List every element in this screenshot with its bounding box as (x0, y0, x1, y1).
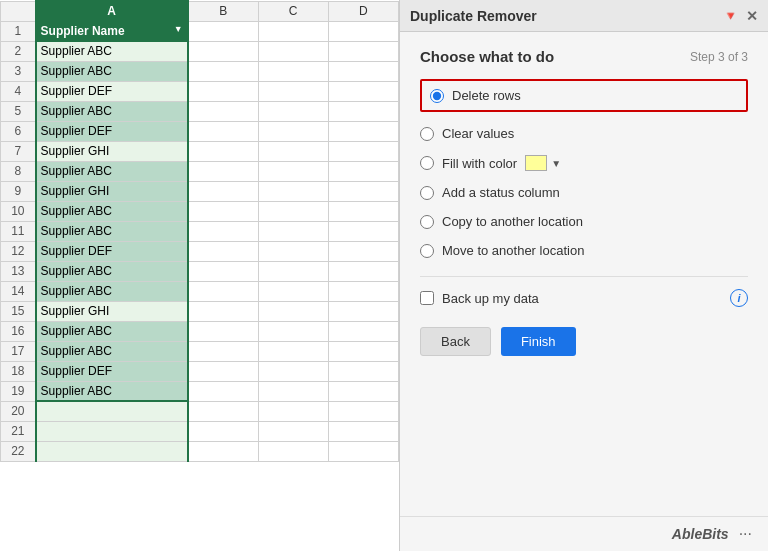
cell-d15[interactable] (328, 301, 398, 321)
cell-a5[interactable]: Supplier ABC (36, 101, 188, 121)
cell-a21[interactable] (36, 421, 188, 441)
cell-d19[interactable] (328, 381, 398, 401)
cell-d22[interactable] (328, 441, 398, 461)
radio-add-status[interactable] (420, 186, 434, 200)
cell-d4[interactable] (328, 81, 398, 101)
color-swatch[interactable] (525, 155, 547, 171)
cell-b18[interactable] (188, 361, 258, 381)
ablebits-menu-icon[interactable]: ··· (739, 525, 752, 543)
option-add-status[interactable]: Add a status column (420, 183, 748, 202)
cell-d14[interactable] (328, 281, 398, 301)
cell-c19[interactable] (258, 381, 328, 401)
option-fill-color[interactable]: Fill with color ▼ (420, 153, 748, 173)
cell-b4[interactable] (188, 81, 258, 101)
col-a-header[interactable]: A (36, 1, 188, 21)
cell-b17[interactable] (188, 341, 258, 361)
cell-b20[interactable] (188, 401, 258, 421)
cell-a18[interactable]: Supplier DEF (36, 361, 188, 381)
cell-d3[interactable] (328, 61, 398, 81)
cell-c15[interactable] (258, 301, 328, 321)
cell-c9[interactable] (258, 181, 328, 201)
cell-a11[interactable]: Supplier ABC (36, 221, 188, 241)
cell-a22[interactable] (36, 441, 188, 461)
pin-icon[interactable]: 🔻 (723, 9, 738, 23)
cell-c2[interactable] (258, 41, 328, 61)
cell-c10[interactable] (258, 201, 328, 221)
cell-b16[interactable] (188, 321, 258, 341)
cell-d13[interactable] (328, 261, 398, 281)
cell-b15[interactable] (188, 301, 258, 321)
close-button[interactable]: ✕ (746, 8, 758, 24)
option-copy-location[interactable]: Copy to another location (420, 212, 748, 231)
radio-copy-location[interactable] (420, 215, 434, 229)
color-dropdown-icon[interactable]: ▼ (551, 158, 561, 169)
radio-move-location[interactable] (420, 244, 434, 258)
cell-b2[interactable] (188, 41, 258, 61)
cell-d18[interactable] (328, 361, 398, 381)
filter-icon[interactable]: ▼ (174, 24, 183, 34)
cell-c16[interactable] (258, 321, 328, 341)
cell-d17[interactable] (328, 341, 398, 361)
cell-a8[interactable]: Supplier ABC (36, 161, 188, 181)
cell-a6[interactable]: Supplier DEF (36, 121, 188, 141)
cell-d10[interactable] (328, 201, 398, 221)
cell-a3[interactable]: Supplier ABC (36, 61, 188, 81)
cell-a14[interactable]: Supplier ABC (36, 281, 188, 301)
cell-c12[interactable] (258, 241, 328, 261)
cell-d12[interactable] (328, 241, 398, 261)
cell-b12[interactable] (188, 241, 258, 261)
cell-a9[interactable]: Supplier GHI (36, 181, 188, 201)
cell-c6[interactable] (258, 121, 328, 141)
back-button[interactable]: Back (420, 327, 491, 356)
cell-a16[interactable]: Supplier ABC (36, 321, 188, 341)
option-delete-rows[interactable]: Delete rows (430, 86, 738, 105)
cell-b6[interactable] (188, 121, 258, 141)
cell-c7[interactable] (258, 141, 328, 161)
option-clear-values[interactable]: Clear values (420, 124, 748, 143)
cell-d9[interactable] (328, 181, 398, 201)
cell-b7[interactable] (188, 141, 258, 161)
option-move-location[interactable]: Move to another location (420, 241, 748, 260)
cell-c22[interactable] (258, 441, 328, 461)
cell-b10[interactable] (188, 201, 258, 221)
cell-d8[interactable] (328, 161, 398, 181)
cell-c18[interactable] (258, 361, 328, 381)
cell-a17[interactable]: Supplier ABC (36, 341, 188, 361)
cell-a10[interactable]: Supplier ABC (36, 201, 188, 221)
cell-c21[interactable] (258, 421, 328, 441)
cell-c3[interactable] (258, 61, 328, 81)
cell-b21[interactable] (188, 421, 258, 441)
cell-d20[interactable] (328, 401, 398, 421)
cell-b5[interactable] (188, 101, 258, 121)
cell-d11[interactable] (328, 221, 398, 241)
cell-d2[interactable] (328, 41, 398, 61)
cell-b19[interactable] (188, 381, 258, 401)
radio-clear-values[interactable] (420, 127, 434, 141)
finish-button[interactable]: Finish (501, 327, 576, 356)
radio-delete-rows[interactable] (430, 89, 444, 103)
cell-c17[interactable] (258, 341, 328, 361)
cell-d5[interactable] (328, 101, 398, 121)
info-icon[interactable]: i (730, 289, 748, 307)
cell-b13[interactable] (188, 261, 258, 281)
backup-checkbox[interactable] (420, 291, 434, 305)
cell-d6[interactable] (328, 121, 398, 141)
cell-a15[interactable]: Supplier GHI (36, 301, 188, 321)
cell-d16[interactable] (328, 321, 398, 341)
cell-a19[interactable]: Supplier ABC (36, 381, 188, 401)
cell-a4[interactable]: Supplier DEF (36, 81, 188, 101)
cell-c4[interactable] (258, 81, 328, 101)
cell-d7[interactable] (328, 141, 398, 161)
cell-d21[interactable] (328, 421, 398, 441)
cell-b3[interactable] (188, 61, 258, 81)
cell-b11[interactable] (188, 221, 258, 241)
cell-c8[interactable] (258, 161, 328, 181)
radio-fill-color[interactable] (420, 156, 434, 170)
cell-a13[interactable]: Supplier ABC (36, 261, 188, 281)
cell-b9[interactable] (188, 181, 258, 201)
cell-c13[interactable] (258, 261, 328, 281)
cell-a7[interactable]: Supplier GHI (36, 141, 188, 161)
cell-c14[interactable] (258, 281, 328, 301)
cell-a12[interactable]: Supplier DEF (36, 241, 188, 261)
cell-c20[interactable] (258, 401, 328, 421)
